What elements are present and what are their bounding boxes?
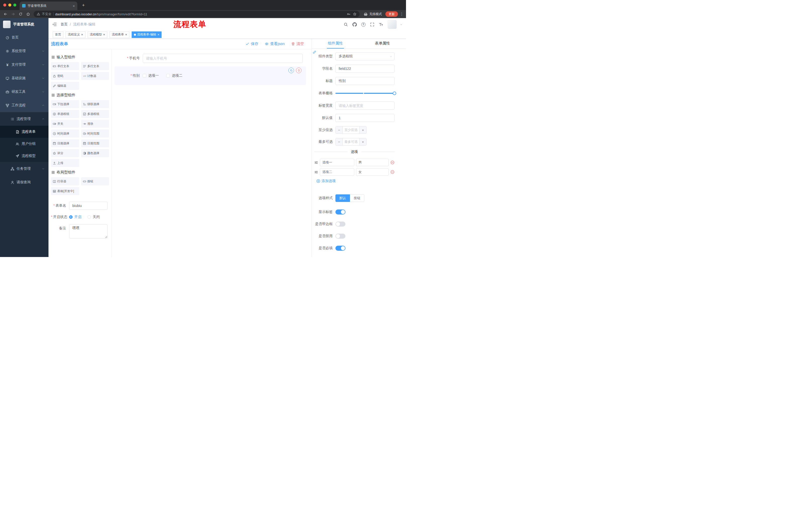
decrease-button[interactable]: − (336, 138, 343, 145)
required-toggle[interactable] (336, 246, 345, 251)
tab-form-props[interactable]: 表单属性 (359, 39, 406, 49)
palette-item-time-picker[interactable]: 时间选择 (51, 130, 79, 138)
phone-field-input[interactable] (143, 54, 303, 63)
field-name-input[interactable] (336, 64, 395, 73)
drag-handle-icon[interactable] (314, 170, 318, 174)
sidebar-item-process-model[interactable]: 流程模型 (0, 150, 49, 162)
new-tab-button[interactable]: + (80, 2, 86, 8)
close-window-button[interactable] (3, 3, 6, 6)
delete-component-button[interactable] (296, 67, 301, 73)
palette-item-date-range[interactable]: 日期范围 (81, 139, 109, 147)
browser-tab[interactable]: 芋道管理系统 × (20, 1, 77, 10)
tag-process-form[interactable]: 流程表单× (110, 31, 129, 38)
increase-button[interactable]: + (359, 127, 366, 134)
tag-close-icon[interactable]: × (103, 33, 105, 36)
palette-item-date-picker[interactable]: 日期选择 (51, 139, 79, 147)
tag-process-model[interactable]: 流程模型× (88, 31, 108, 38)
option-label-input[interactable] (320, 159, 354, 166)
border-toggle[interactable] (336, 221, 345, 226)
option-value-input[interactable] (356, 159, 389, 166)
tag-close-icon[interactable]: × (157, 33, 160, 36)
palette-item-checkbox-group[interactable]: 多选框组 (81, 110, 109, 118)
home-button[interactable] (25, 11, 32, 17)
palette-item-single-text[interactable]: 单行文本 (51, 62, 79, 70)
sidebar-item-process-form[interactable]: 流程表单 (0, 126, 49, 138)
browser-menu-icon[interactable]: ⋮ (400, 12, 404, 16)
drag-handle-icon[interactable] (314, 161, 318, 164)
slider-handle[interactable] (393, 91, 396, 95)
checkbox[interactable] (166, 74, 170, 77)
gender-option-2[interactable]: 选项二 (166, 74, 182, 78)
sidebar-item-payment[interactable]: ¥ 支付管理 (0, 58, 49, 72)
add-option-button[interactable]: 添加选项 (316, 179, 395, 183)
form-remark-textarea[interactable]: 嘿嘿 (69, 224, 108, 238)
decrease-button[interactable]: − (336, 127, 343, 134)
password-key-icon[interactable] (347, 12, 350, 16)
form-name-input[interactable] (69, 202, 108, 210)
clear-button[interactable]: 清空 (291, 42, 304, 46)
tag-process-definition[interactable]: 流程定义× (65, 31, 85, 38)
palette-item-cascader[interactable]: 级联选择 (81, 100, 109, 108)
sidebar-item-infra[interactable]: 基础设施 (0, 72, 49, 85)
label-width-input[interactable] (336, 102, 395, 110)
palette-item-counter[interactable]: 123计数器 (81, 72, 109, 80)
sidebar-item-leave-query[interactable]: 请假查询 (0, 175, 49, 189)
github-icon[interactable] (351, 21, 357, 28)
grid-span-slider[interactable] (336, 89, 395, 97)
sidebar-item-devtools[interactable]: 研发工具 (0, 85, 49, 99)
tab-component-props[interactable]: 组件属性 (312, 39, 359, 49)
save-button[interactable]: 保存 (245, 42, 258, 46)
security-label[interactable]: 不安全 (42, 12, 52, 16)
reload-button[interactable] (17, 11, 24, 17)
avatar-caret-icon[interactable] (400, 23, 403, 26)
zoom-window-button[interactable] (13, 3, 16, 6)
remove-option-icon[interactable] (390, 160, 395, 164)
status-off-radio[interactable]: 关闭 (87, 215, 100, 219)
palette-item-rate[interactable]: 评分 (51, 149, 79, 157)
help-icon[interactable]: ? (360, 21, 366, 28)
palette-item-radio-group[interactable]: 单选框组 (51, 110, 79, 118)
back-button[interactable] (2, 11, 9, 17)
palette-item-row-container[interactable]: 行容器 (51, 177, 79, 185)
option-value-input[interactable] (356, 168, 389, 176)
palette-item-select[interactable]: 下拉选择 (51, 100, 79, 108)
sidebar-item-process-management[interactable]: 流程管理 (0, 112, 49, 126)
palette-item-button[interactable]: 按钮 (81, 177, 109, 185)
browser-update-button[interactable]: 更新 (385, 11, 398, 17)
search-icon[interactable] (343, 21, 349, 28)
palette-item-password[interactable]: 密码 (51, 72, 79, 80)
palette-item-upload[interactable]: 上传 (51, 159, 79, 167)
component-type-select[interactable]: 多选框组 (336, 52, 395, 60)
tag-close-icon[interactable]: × (125, 33, 127, 36)
sidebar-item-workflow[interactable]: 工作流程 (0, 99, 49, 112)
palette-item-time-range[interactable]: 时间范围 (81, 130, 109, 138)
sidebar-collapse-icon[interactable] (49, 18, 61, 31)
gender-option-1[interactable]: 选项一 (143, 74, 159, 78)
font-size-icon[interactable] (378, 21, 384, 28)
palette-item-switch[interactable]: 开关 (51, 120, 79, 128)
copy-component-button[interactable] (288, 67, 294, 73)
sidebar-item-user-group[interactable]: 用户分组 (0, 138, 49, 150)
title-input[interactable] (336, 77, 395, 85)
minimize-window-button[interactable] (8, 3, 11, 6)
sidebar-item-task-management[interactable]: 任务管理 (0, 162, 49, 175)
style-default-button[interactable]: 默认 (336, 194, 350, 202)
palette-item-color-picker[interactable]: 颜色选择 (81, 149, 109, 157)
form-canvas[interactable]: *手机号 *性别 选项一 选项二 (112, 49, 312, 257)
breadcrumb-home[interactable]: 首页 (61, 22, 67, 27)
palette-item-multi-text[interactable]: 多行文本 (81, 62, 109, 70)
status-on-radio[interactable]: 开启 (69, 215, 81, 219)
sidebar-item-system[interactable]: 系统管理 (0, 44, 49, 58)
palette-item-editor[interactable]: 编辑器 (51, 82, 79, 90)
tab-close-icon[interactable]: × (72, 4, 75, 8)
tag-home[interactable]: 首页 (53, 31, 63, 38)
sidebar-item-home[interactable]: 首页 (0, 31, 49, 44)
avatar[interactable] (388, 20, 397, 29)
remove-option-icon[interactable] (390, 170, 395, 174)
url-text[interactable]: dashboard.yudao.iocoder.cn/bpm/manager/f… (55, 12, 345, 16)
show-label-toggle[interactable] (336, 210, 345, 215)
fullscreen-icon[interactable] (369, 21, 375, 28)
default-value-input[interactable] (336, 114, 395, 122)
view-json-button[interactable]: 查看json (265, 42, 285, 46)
bookmark-star-icon[interactable] (353, 12, 356, 16)
